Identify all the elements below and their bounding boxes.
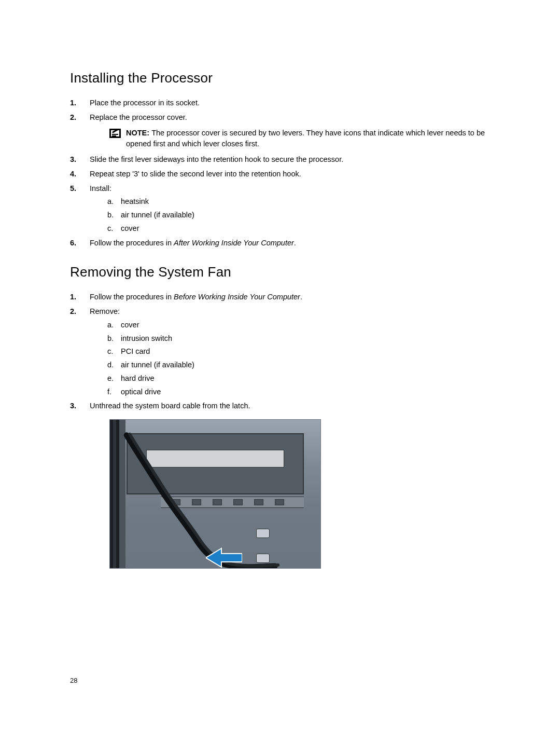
install-item-b: air tunnel (if available): [107, 210, 498, 221]
step-text: Slide the first lever sideways into the …: [90, 155, 343, 163]
step-text: Follow the procedures in: [90, 293, 174, 301]
step-2: Replace the processor cover. NOTE: The p…: [70, 112, 498, 150]
step-suffix: .: [300, 293, 302, 301]
note-content: NOTE: The processor cover is secured by …: [126, 128, 498, 150]
remove-item-f: optical drive: [107, 387, 498, 398]
note-label: NOTE:: [126, 129, 151, 137]
remove-item-a: cover: [107, 320, 498, 331]
arrow-left-icon: [206, 547, 242, 568]
remove-sublist: cover intrusion switch PCI card air tunn…: [107, 320, 498, 398]
note-block: NOTE: The processor cover is secured by …: [109, 128, 498, 150]
remove-item-b: intrusion switch: [107, 333, 498, 345]
step-3: Slide the first lever sideways into the …: [70, 154, 498, 166]
install-item-a: heatsink: [107, 196, 498, 208]
step-text: Unthread the system board cable from the…: [90, 402, 250, 410]
note-text: The processor cover is secured by two le…: [126, 129, 485, 148]
note-icon: [109, 129, 121, 138]
remove-item-c: PCI card: [107, 346, 498, 357]
step-text: Install:: [90, 184, 111, 192]
step-4: Repeat step '3' to slide the second leve…: [70, 169, 498, 180]
section-heading-installing-processor: Installing the Processor: [70, 70, 498, 86]
step-text: Remove:: [90, 307, 120, 315]
step-text: Replace the processor cover.: [90, 113, 187, 121]
step-text: Repeat step '3' to slide the second leve…: [90, 170, 301, 178]
step-text: Place the processor in its socket.: [90, 99, 200, 107]
removing-fan-steps: Follow the procedures in Before Working …: [70, 292, 498, 569]
step-italic: Before Working Inside Your Computer: [174, 293, 300, 301]
step-6: Follow the procedures in After Working I…: [70, 238, 498, 249]
step-suffix: .: [294, 239, 296, 247]
step-5: Install: heatsink air tunnel (if availab…: [70, 183, 498, 235]
svg-marker-0: [206, 548, 242, 567]
step-italic: After Working Inside Your Computer: [174, 239, 294, 247]
step-1: Follow the procedures in Before Working …: [70, 292, 498, 303]
step-2: Remove: cover intrusion switch PCI card …: [70, 306, 498, 397]
step-text: Follow the procedures in: [90, 239, 174, 247]
install-item-c: cover: [107, 223, 498, 235]
install-processor-steps: Place the processor in its socket. Repla…: [70, 98, 498, 249]
section-heading-removing-system-fan: Removing the System Fan: [70, 264, 498, 280]
remove-item-e: hard drive: [107, 373, 498, 384]
remove-item-d: air tunnel (if available): [107, 360, 498, 371]
step-3: Unthread the system board cable from the…: [70, 401, 498, 569]
figure-system-board-cable: [109, 419, 321, 569]
install-sublist: heatsink air tunnel (if available) cover: [107, 196, 498, 234]
page-number: 28: [70, 677, 77, 684]
step-1: Place the processor in its socket.: [70, 98, 498, 109]
